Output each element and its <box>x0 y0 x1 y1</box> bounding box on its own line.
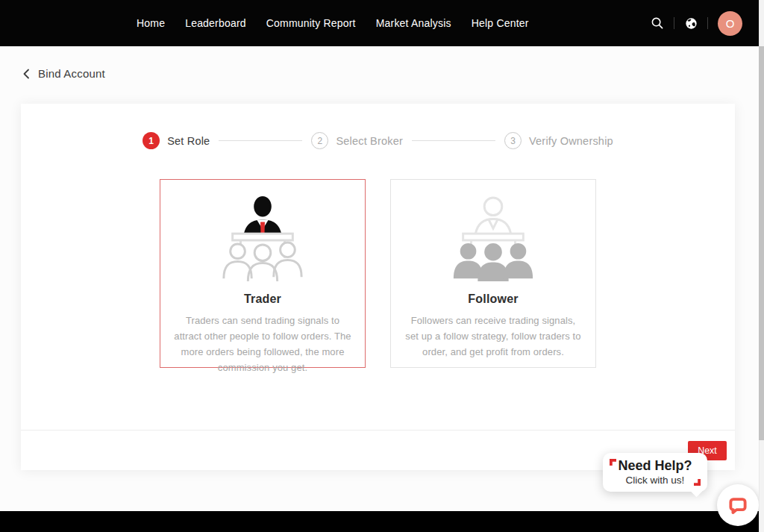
nav-item-leaderboard[interactable]: Leaderboard <box>185 17 246 29</box>
header-actions: O <box>651 0 742 46</box>
step-verify-ownership: 3 Verify Ownership <box>504 132 613 149</box>
step-3-circle: 3 <box>504 132 522 149</box>
stepper-connector <box>412 140 495 141</box>
step-3-label: Verify Ownership <box>529 135 613 147</box>
step-set-role: 1 Set Role <box>143 132 210 149</box>
step-2-label: Select Broker <box>336 135 403 147</box>
scrollbar-track[interactable] <box>759 0 764 532</box>
tooltip-tail <box>691 486 703 498</box>
chevron-left-icon <box>22 69 31 79</box>
globe-icon[interactable] <box>684 16 698 30</box>
bind-account-panel: 1 Set Role 2 Select Broker 3 Verify Owne… <box>21 104 735 470</box>
scrollbar-thumb[interactable] <box>759 46 764 440</box>
quote-corner-icon <box>610 459 616 466</box>
top-nav-bar: Home Leaderboard Community Report Market… <box>0 0 764 46</box>
step-select-broker: 2 Select Broker <box>311 132 403 149</box>
trader-title: Trader <box>173 292 352 306</box>
page-footer-bar <box>0 511 764 532</box>
nav-item-help-center[interactable]: Help Center <box>472 17 529 29</box>
follower-audience-icon <box>404 192 583 286</box>
header-divider <box>674 17 674 29</box>
role-card-trader[interactable]: Trader Traders can send trading signals … <box>160 179 366 368</box>
nav-item-home[interactable]: Home <box>137 17 165 29</box>
nav-item-market-analysis[interactable]: Market Analysis <box>376 17 451 29</box>
stepper-connector <box>219 140 302 141</box>
header-divider <box>707 17 708 29</box>
trader-description: Traders can send trading signals to attr… <box>173 313 352 375</box>
avatar[interactable]: O <box>718 11 742 36</box>
step-1-circle: 1 <box>143 132 160 149</box>
help-tooltip-title: Need Help? <box>618 459 692 474</box>
stepper: 1 Set Role 2 Select Broker 3 Verify Owne… <box>21 132 735 149</box>
role-card-follower[interactable]: Follower Followers can receive trading s… <box>390 179 596 368</box>
chat-bubble-icon <box>727 495 748 516</box>
back-button[interactable]: Bind Account <box>22 67 105 80</box>
follower-description: Followers can receive trading signals, s… <box>404 313 583 360</box>
search-icon[interactable] <box>651 16 664 30</box>
need-help-tooltip[interactable]: Need Help? Click with us! <box>603 453 707 492</box>
quote-corner-icon <box>694 479 701 486</box>
nav-item-community-report[interactable]: Community Report <box>266 17 356 29</box>
page-title: Bind Account <box>38 67 105 80</box>
help-tooltip-subtitle: Click with us! <box>626 475 685 486</box>
step-2-circle: 2 <box>311 132 328 149</box>
trader-podium-icon <box>173 192 352 286</box>
step-1-label: Set Role <box>167 135 210 147</box>
role-cards: Trader Traders can send trading signals … <box>21 179 735 368</box>
chat-launcher-button[interactable] <box>717 484 759 526</box>
follower-title: Follower <box>404 292 583 306</box>
main-nav: Home Leaderboard Community Report Market… <box>137 0 529 46</box>
